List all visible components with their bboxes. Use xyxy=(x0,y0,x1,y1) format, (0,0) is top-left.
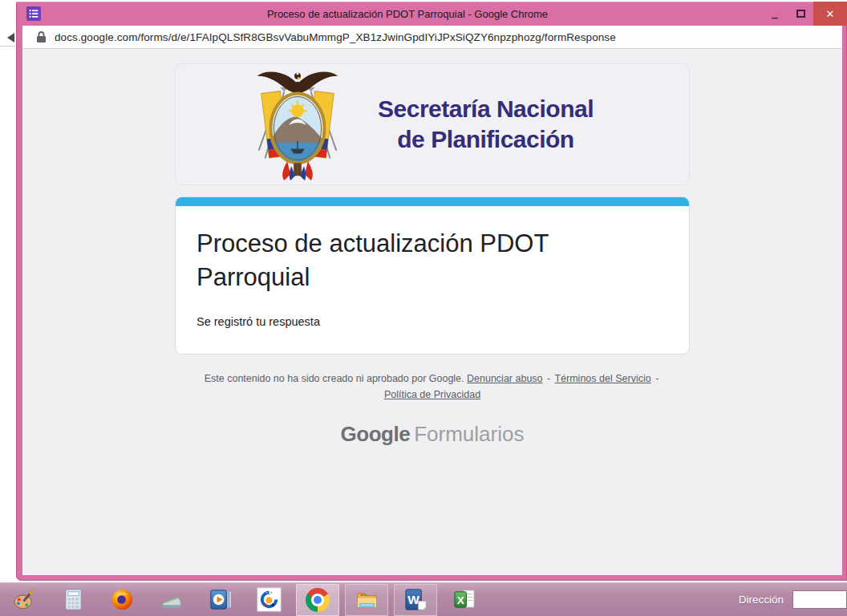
google-brand-text: Google xyxy=(341,422,411,446)
firefox-icon[interactable] xyxy=(109,587,135,613)
terms-of-service-link[interactable]: Términos del Servicio xyxy=(554,373,650,384)
org-title: Secretaría Nacional de Planificación xyxy=(378,94,594,156)
address-bar[interactable]: docs.google.com/forms/d/e/1FAIpQLSfR8GBs… xyxy=(22,26,842,49)
window-body: docs.google.com/forms/d/e/1FAIpQLSfR8GBs… xyxy=(22,26,842,575)
footer-separator: - xyxy=(547,373,550,384)
word-icon: W xyxy=(403,587,428,613)
gis-app-icon[interactable] xyxy=(256,587,282,613)
address-toolbar-input[interactable] xyxy=(792,590,847,609)
address-toolbar: Dirección xyxy=(739,590,847,609)
google-forms-favicon-icon xyxy=(26,6,41,21)
browser-window: Proceso de actualización PDOT Parroquial… xyxy=(16,2,847,581)
padlock-icon xyxy=(36,30,47,43)
window-controls: – ✕ xyxy=(762,2,847,26)
media-player-icon[interactable] xyxy=(207,587,233,613)
page-viewport: Secretaría Nacional de Planificación Pro… xyxy=(22,49,842,575)
file-explorer-icon xyxy=(354,587,379,613)
file-explorer-taskbar-button[interactable] xyxy=(345,584,388,616)
minimize-button[interactable]: – xyxy=(762,2,788,26)
org-title-line1: Secretaría Nacional xyxy=(378,94,594,124)
background-window-strip xyxy=(0,0,16,582)
window-title: Proceso de actualización PDOT Parroquial… xyxy=(64,8,751,20)
close-button[interactable]: ✕ xyxy=(813,2,847,26)
address-toolbar-label: Dirección xyxy=(739,594,784,606)
form-footer: Este contenido no ha sido creado ni apro… xyxy=(192,371,673,403)
calculator-icon[interactable] xyxy=(60,587,86,613)
form-accent-bar xyxy=(176,197,689,206)
form-header-image: Secretaría Nacional de Planificación xyxy=(175,63,690,185)
form-card: Proceso de actualización PDOT Parroquial… xyxy=(175,197,690,355)
page-url[interactable]: docs.google.com/forms/d/e/1FAIpQLSfR8GBs… xyxy=(55,31,616,43)
form-column: Secretaría Nacional de Planificación Pro… xyxy=(175,63,690,447)
paint-icon[interactable] xyxy=(11,587,37,613)
maximize-icon xyxy=(796,10,805,18)
org-title-line2: de Planificación xyxy=(378,124,594,155)
google-forms-logo: GoogleFormularios xyxy=(175,422,690,447)
svg-text:X: X xyxy=(456,594,464,606)
excel-icon[interactable]: X xyxy=(452,587,477,613)
word-taskbar-button[interactable]: W xyxy=(394,584,437,616)
window-titlebar[interactable]: Proceso de actualización PDOT Parroquial… xyxy=(16,2,847,26)
taskbar: W X Dirección xyxy=(0,582,847,616)
ecuador-coat-of-arms-icon xyxy=(237,65,359,184)
chrome-taskbar-button[interactable] xyxy=(296,584,339,616)
footer-separator: - xyxy=(655,373,659,384)
scanner-icon[interactable] xyxy=(158,587,184,613)
chrome-icon xyxy=(305,587,330,613)
maximize-button[interactable] xyxy=(788,2,813,26)
report-abuse-link[interactable]: Denunciar abuso xyxy=(467,373,543,384)
desktop: Proceso de actualización PDOT Parroquial… xyxy=(0,0,847,616)
form-title: Proceso de actualización PDOT Parroquial xyxy=(197,227,646,294)
back-arrow-icon[interactable] xyxy=(7,33,14,43)
confirmation-message: Se registró tu respuesta xyxy=(197,315,668,328)
background-window-divider xyxy=(0,46,16,47)
footer-disclaimer: Este contenido no ha sido creado ni apro… xyxy=(205,373,464,384)
forms-list-glyph xyxy=(29,9,38,18)
privacy-policy-link[interactable]: Política de Privacidad xyxy=(384,389,480,400)
forms-product-text: Formularios xyxy=(414,422,524,446)
